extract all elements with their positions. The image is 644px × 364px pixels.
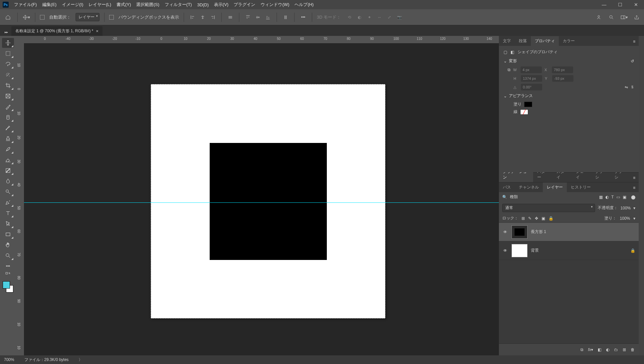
layer-row[interactable]: 👁 背景 🔒 [499, 241, 639, 260]
layer-thumbnail[interactable] [512, 225, 528, 239]
menu-layer[interactable]: レイヤー(L) [89, 2, 111, 8]
magic-wand-tool[interactable] [2, 70, 14, 80]
history-brush-tool[interactable] [2, 144, 14, 154]
ruler-origin[interactable] [16, 36, 24, 43]
panel-menu-icon[interactable]: ≡ [630, 183, 639, 192]
tab-history[interactable]: ヒストリー [567, 182, 595, 192]
tab-layers[interactable]: レイヤー [543, 182, 567, 192]
panel-menu-icon[interactable]: ≡ [630, 174, 639, 182]
tab-color[interactable]: カラー [559, 36, 579, 46]
eyedropper-tool[interactable] [2, 102, 14, 112]
zoom-tool[interactable] [2, 251, 14, 261]
tab-paths[interactable]: パス [499, 182, 515, 192]
filter-smart-icon[interactable]: ▣ [623, 195, 626, 199]
delete-layer-icon[interactable]: 🗑 [631, 347, 635, 352]
lock-all-icon[interactable]: 🔒 [548, 216, 553, 221]
path-select-tool[interactable] [2, 219, 14, 229]
menu-edit[interactable]: 編集(E) [42, 2, 57, 8]
distribute-v-icon[interactable] [282, 13, 290, 21]
cloud-docs-icon[interactable] [595, 13, 603, 21]
align-hcenter-icon[interactable] [199, 13, 207, 21]
filter-type-icon[interactable]: T [611, 195, 614, 199]
menu-select[interactable]: 選択範囲(S) [136, 2, 159, 8]
tab-properties[interactable]: プロパティ [531, 36, 559, 46]
panel-scrollbar[interactable] [639, 36, 644, 355]
move-tool-icon[interactable]: ▾ [22, 13, 30, 21]
frame-tool[interactable] [2, 91, 14, 101]
zoom-level[interactable]: 700% [4, 357, 14, 362]
lasso-tool[interactable] [2, 59, 14, 69]
swap-colors-icon[interactable] [2, 272, 14, 277]
auto-select-target[interactable]: レイヤー [76, 13, 100, 21]
opacity-value[interactable]: 100% [620, 206, 631, 210]
status-more-icon[interactable]: 〉 [79, 357, 83, 363]
move-tool[interactable] [2, 38, 14, 48]
file-info[interactable]: ファイル：29.3K/0 bytes [24, 357, 69, 363]
menu-plugin[interactable]: プラグイン [234, 2, 255, 8]
angle-input[interactable] [521, 84, 542, 90]
gradient-tool[interactable] [2, 166, 14, 176]
stamp-tool[interactable] [2, 134, 14, 144]
pen-tool[interactable] [2, 197, 14, 207]
layer-mask-icon[interactable]: ◧ [598, 347, 601, 352]
tab-close-icon[interactable]: × [96, 29, 99, 34]
edit-toolbar-icon[interactable]: ••• [2, 261, 14, 271]
menu-help[interactable]: ヘルプ(H) [295, 2, 314, 8]
fill-swatch[interactable] [524, 102, 532, 107]
menu-view[interactable]: 表示(V) [214, 2, 228, 8]
color-swatches[interactable] [2, 281, 14, 293]
marquee-tool[interactable] [2, 49, 14, 59]
menu-filter[interactable]: フィルター(T) [165, 2, 192, 8]
y-input[interactable] [552, 75, 573, 82]
tab-paragraph[interactable]: 段落 [515, 36, 531, 46]
tab-channels[interactable]: チャンネル [515, 182, 543, 192]
layer-thumbnail[interactable] [512, 244, 528, 257]
brush-tool[interactable] [2, 123, 14, 133]
menu-type[interactable]: 書式(Y) [116, 2, 131, 8]
appearance-section[interactable]: ⌄ アピアランス [504, 93, 634, 99]
fill-dropdown-icon[interactable]: ▾ [633, 216, 635, 221]
vertical-ruler[interactable]: 10 0 10 20 30 40 50 60 70 80 90 10 10 [16, 43, 24, 355]
eraser-tool[interactable] [2, 155, 14, 165]
new-layer-icon[interactable]: ⊞ [623, 347, 626, 352]
search-icon[interactable] [607, 13, 615, 21]
menu-file[interactable]: ファイル(F) [14, 2, 37, 8]
transform-section[interactable]: ⌄ 変形 ↺ [504, 58, 634, 64]
flip-h-icon[interactable]: ⇋ [625, 85, 628, 89]
width-input[interactable] [521, 66, 542, 73]
document-tab[interactable]: 名称未設定 1 @ 700% (長方形 1, RGB/8#) * × [11, 26, 103, 36]
filter-toggle[interactable]: ⬤ [631, 195, 635, 199]
lock-position-icon[interactable]: ✥ [535, 216, 538, 221]
layer-fx-icon[interactable]: fx▾ [588, 347, 593, 352]
layer-filter-type[interactable]: 種類 [510, 194, 596, 200]
lock-transparency-icon[interactable]: ⊞ [522, 216, 525, 221]
blur-tool[interactable] [2, 176, 14, 186]
x-input[interactable] [552, 66, 573, 73]
align-vcenter-icon[interactable] [254, 13, 262, 21]
opacity-dropdown-icon[interactable]: ▾ [633, 206, 635, 210]
horizontal-guide[interactable] [24, 202, 499, 203]
layer-row[interactable]: 👁 長方形 1 [499, 223, 639, 241]
menu-image[interactable]: イメージ(I) [62, 2, 83, 8]
group-icon[interactable]: 🗀 [614, 347, 618, 352]
filter-pixel-icon[interactable]: ▦ [599, 195, 603, 199]
align-right-icon[interactable] [209, 13, 217, 21]
rectangle-tool[interactable] [2, 229, 14, 239]
shape-rectangle[interactable] [210, 143, 327, 260]
foreground-color[interactable] [3, 281, 10, 289]
reset-icon[interactable]: ↺ [631, 59, 634, 63]
tab-character[interactable]: 文字 [499, 36, 515, 46]
link-wh-icon[interactable]: ⧉ [508, 67, 511, 72]
collapse-toolbar-icon[interactable]: ▸▸ [5, 30, 8, 36]
menu-3d[interactable]: 3D(D) [197, 2, 209, 7]
align-bottom-icon[interactable] [264, 13, 272, 21]
fill-pct-value[interactable]: 100% [620, 216, 630, 221]
filter-adjust-icon[interactable]: ◐ [605, 195, 609, 199]
lock-pixels-icon[interactable]: ✎ [528, 216, 532, 221]
auto-select-checkbox[interactable] [40, 15, 45, 20]
blend-mode-select[interactable]: 通常 [502, 204, 595, 212]
healing-tool[interactable] [2, 112, 14, 122]
document-canvas[interactable] [151, 84, 385, 318]
horizontal-ruler[interactable]: 0 -40 -30 -20 -10 0 10 20 30 40 50 60 70… [24, 36, 499, 43]
maximize-button[interactable]: ☐ [615, 1, 625, 9]
